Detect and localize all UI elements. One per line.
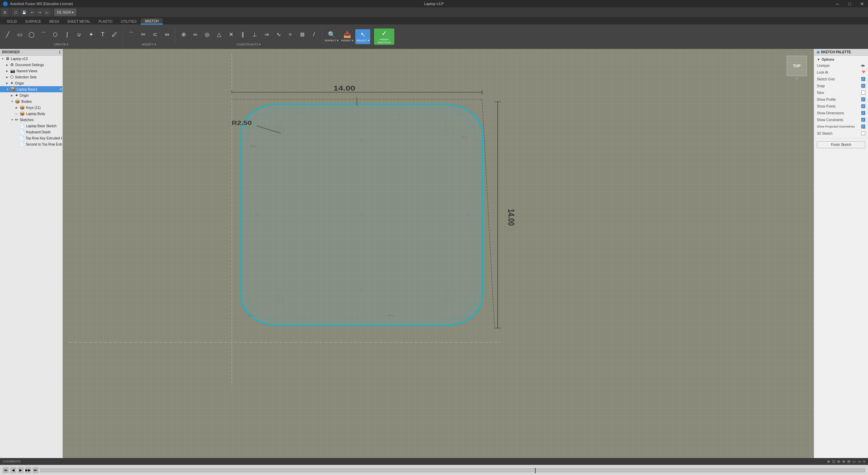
new-button[interactable]: ⬡ xyxy=(12,8,19,16)
bottom-tool-1[interactable]: ⊕ xyxy=(827,459,830,464)
linetype-control[interactable]: ◀▶ xyxy=(861,64,865,67)
timeline-end-button[interactable]: ⏭ xyxy=(33,467,39,473)
sidebar-item-origin-top[interactable]: ▶ ✦ Origin xyxy=(0,80,62,86)
look-at-control[interactable]: 📅 xyxy=(862,71,865,74)
palette-finish-sketch-button[interactable]: Finish Sketch xyxy=(817,141,865,148)
sidebar-item-keys[interactable]: ▶ 📦 Keys (11) xyxy=(0,104,62,111)
bottom-tool-8[interactable]: ≡ xyxy=(863,459,865,464)
show-constraints-check[interactable] xyxy=(861,118,865,122)
rectangle-button[interactable]: ▭ xyxy=(14,27,25,42)
conic-button[interactable]: ∪ xyxy=(73,27,85,42)
insert-button[interactable]: 📥 INSERT ▾ xyxy=(340,29,355,44)
bottom-tool-3[interactable]: ⊕ xyxy=(837,459,840,464)
timeline-start-button[interactable]: ⏮ xyxy=(3,467,9,473)
midpoint-button[interactable]: △ xyxy=(213,27,225,42)
inspect-button[interactable]: 🔍 INSPECT ▾ xyxy=(324,29,339,44)
sidebar-item-doc-settings[interactable]: ▶ ⚙ Document Settings xyxy=(0,62,62,68)
bottom-tool-7[interactable]: ▭ xyxy=(858,459,861,464)
sidebar-item-laptop-body[interactable]: ▷ 📦 Laptop Body xyxy=(0,111,62,117)
sidebar-item-named-views[interactable]: ▶ 📷 Named Views xyxy=(0,68,62,74)
3d-sketch-check[interactable] xyxy=(861,131,865,135)
trim-button[interactable]: ✂ xyxy=(137,27,149,42)
run-button[interactable]: ▷ xyxy=(44,8,51,16)
show-dimensions-check[interactable] xyxy=(861,111,865,115)
show-dimensions-checkbox[interactable] xyxy=(861,111,865,115)
mirror-button[interactable]: ⇔ xyxy=(161,27,173,42)
perp-button[interactable]: ⊥ xyxy=(249,27,260,42)
close-button[interactable]: ✕ xyxy=(856,0,868,7)
select-button[interactable]: ↖ SELECT ▾ xyxy=(355,29,370,44)
tangent-button[interactable]: ∿ xyxy=(273,27,284,42)
sketch-grid-check[interactable] xyxy=(861,77,865,81)
tab-sheet-metal[interactable]: SHEET METAL xyxy=(63,18,95,24)
bottom-tool-4[interactable]: ⊕ xyxy=(842,459,845,464)
show-constraints-checkbox[interactable] xyxy=(861,118,865,122)
sidebar-toggle[interactable]: ⟨ xyxy=(59,50,60,54)
timeline-play-button[interactable]: ▶ xyxy=(18,467,24,473)
fix-button[interactable]: ✕ xyxy=(225,27,237,42)
circle-button[interactable]: ◯ xyxy=(26,27,37,42)
tab-utilities[interactable]: UTILITIES xyxy=(117,18,141,24)
snap-check[interactable] xyxy=(861,84,865,88)
redo-button[interactable]: ↪ xyxy=(36,8,43,16)
sketch-grid-checkbox[interactable] xyxy=(861,77,865,81)
parallel-button[interactable]: ∥ xyxy=(237,27,249,42)
point-button[interactable]: ✦ xyxy=(85,27,97,42)
bottom-tool-2[interactable]: ⊡ xyxy=(832,459,835,464)
sidebar-item-bodies[interactable]: ▼ 📦 Bodies xyxy=(0,98,62,104)
options-header[interactable]: ▼ Options xyxy=(817,57,865,62)
timeline-prev-button[interactable]: ◀ xyxy=(10,467,16,473)
sidebar-item-top-row-key[interactable]: ▷ 📄 Top Row Key Extruded Cut... xyxy=(0,135,62,141)
bottom-tool-6[interactable]: ▭ xyxy=(852,459,856,464)
nav-cube[interactable]: TOP 2 xyxy=(787,56,807,76)
collinear-button[interactable]: ═ xyxy=(190,27,201,42)
show-profile-check[interactable] xyxy=(861,97,865,101)
nav-cube-top[interactable]: TOP xyxy=(787,56,807,76)
sidebar-item-laptop[interactable]: ▼ 🖥 Laptop v13 xyxy=(0,56,62,62)
smooth-button[interactable]: ≈ xyxy=(284,27,296,42)
spline-button[interactable]: ∫ xyxy=(61,27,73,42)
symmetric-button[interactable]: ⊠ xyxy=(296,27,308,42)
maximize-button[interactable]: □ xyxy=(844,0,856,7)
horizontal-button[interactable]: ⇒ xyxy=(261,27,272,42)
show-profile-checkbox[interactable] xyxy=(861,97,865,101)
tab-surface[interactable]: SURFACE xyxy=(21,18,45,24)
3d-sketch-checkbox[interactable] xyxy=(861,131,865,135)
equal-button[interactable]: / xyxy=(308,27,320,42)
sidebar-item-origin[interactable]: ▶ ✦ Origin xyxy=(0,92,62,98)
sidebar-item-sketches[interactable]: ▼ ✏ Sketches xyxy=(0,117,62,123)
undo-button[interactable]: ↩ xyxy=(29,8,36,16)
slice-check[interactable] xyxy=(861,91,865,95)
show-projected-checkbox[interactable] xyxy=(861,125,865,129)
sidebar-item-laptop-base[interactable]: ▼ 📦 Laptop Base1 ⚙ xyxy=(0,86,62,92)
arc-button[interactable]: ⌒ xyxy=(38,27,49,42)
fillet-button[interactable]: ⌒ xyxy=(125,27,137,42)
tab-plastic[interactable]: PLASTIC xyxy=(95,18,117,24)
viewport[interactable]: ⊕ ⊕ ⊕ ⊕ ↗ ↑ ↗ ↙ ↓ ↙ ← xyxy=(63,49,814,458)
sidebar-item-selection-sets[interactable]: ▶ ⬡ Selection Sets xyxy=(0,74,62,80)
timeline-track[interactable] xyxy=(40,468,865,472)
polygon-button[interactable]: ⬡ xyxy=(50,27,61,42)
minimize-button[interactable]: ─ xyxy=(831,0,844,7)
show-points-checkbox[interactable] xyxy=(861,104,865,108)
app-menu-button[interactable]: ☰ xyxy=(1,8,8,16)
sidebar-item-second-top-row[interactable]: ▷ 📄 Second to Top Row Extru... xyxy=(0,141,62,147)
show-projected-check[interactable] xyxy=(861,125,865,129)
save-button[interactable]: 💾 xyxy=(20,8,28,16)
text-button[interactable]: T xyxy=(97,27,108,42)
concentric-button[interactable]: ◎ xyxy=(201,27,213,42)
design-mode-button[interactable]: DE SIGN ▾ xyxy=(54,8,76,16)
finish-sketch-button[interactable]: ✓ FINISH SKETCH ▾ xyxy=(374,28,394,45)
tab-mesh[interactable]: MESH xyxy=(45,18,63,24)
fitpoint-button[interactable]: 🖊 xyxy=(109,27,120,42)
coincident-button[interactable]: ⊕ xyxy=(178,27,189,42)
bottom-tool-5[interactable]: ⊞ xyxy=(847,459,850,464)
snap-checkbox[interactable] xyxy=(861,84,865,88)
sidebar-item-keyboard-depth[interactable]: ▷ 📄 Keyboard Depth xyxy=(0,129,62,135)
tab-sketch[interactable]: SKETCH xyxy=(141,18,163,24)
tab-solid[interactable]: SOLID xyxy=(3,18,21,24)
offset-button[interactable]: ⊂ xyxy=(149,27,161,42)
slice-checkbox[interactable] xyxy=(861,91,865,95)
line-button[interactable]: ╱ xyxy=(2,27,14,42)
timeline-next-button[interactable]: ▶▶ xyxy=(25,467,31,473)
